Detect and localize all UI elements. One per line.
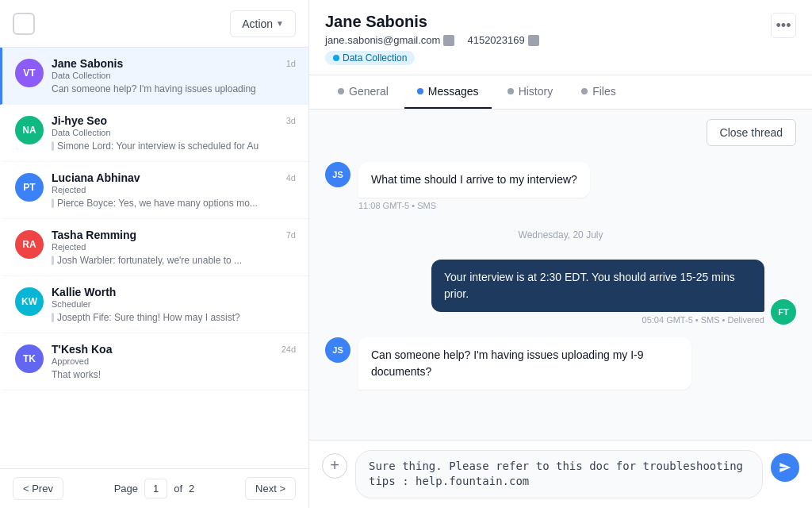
tab-label: History xyxy=(519,85,553,98)
message-avatar: JS xyxy=(325,162,350,187)
contact-name: T'Kesh Koa xyxy=(52,343,112,356)
copy-icon-2[interactable] xyxy=(528,35,539,46)
message-row-incoming: JS What time should I arrive to my inter… xyxy=(325,162,796,210)
date-divider: Wednesday, 20 July xyxy=(325,223,796,247)
compose-input[interactable] xyxy=(355,450,763,498)
tab-label: Messages xyxy=(428,85,479,98)
avatar: NA xyxy=(15,116,44,144)
message-bubble: Your interview is at 2:30 EDT. You shoul… xyxy=(431,260,764,312)
contact-item[interactable]: RA Tasha Remming 7d Rejected Josh Warble… xyxy=(0,219,308,276)
messages-toolbar: Close thread xyxy=(309,110,812,149)
preview-bar xyxy=(52,141,54,151)
contact-item[interactable]: KW Kallie Worth Scheduler Josepth Fife: … xyxy=(0,276,308,333)
tab-files[interactable]: Files xyxy=(569,75,629,109)
action-button[interactable]: Action ▼ xyxy=(230,10,296,37)
prev-button[interactable]: < Prev xyxy=(13,477,63,500)
contact-header: Jane Sabonis jane.sabonis@gmail.com 4152… xyxy=(309,0,812,75)
contact-time: 4d xyxy=(286,173,296,183)
contact-info: Tasha Remming 7d Rejected Josh Warbler: … xyxy=(52,229,296,266)
message-meta: 11:08 GMT-5 • SMS xyxy=(358,201,590,210)
contact-preview: Josepth Fife: Sure thing! How may I assi… xyxy=(52,312,296,323)
message-bubble: What time should I arrive to my intervie… xyxy=(358,162,590,210)
contact-info: Kallie Worth Scheduler Josepth Fife: Sur… xyxy=(52,286,296,323)
pagination-bar: < Prev Page 1 of 2 Next > xyxy=(0,468,308,508)
contact-info: Jane Sabonis 1d Data Collection Can some… xyxy=(52,57,296,94)
prev-label: < Prev xyxy=(23,483,53,495)
messages-body: JS What time should I arrive to my inter… xyxy=(309,149,812,440)
of-label: of xyxy=(174,483,182,495)
contact-tag: Rejected xyxy=(52,185,296,194)
message-avatar: JS xyxy=(325,337,350,363)
phone-meta: 4152023169 xyxy=(467,34,538,46)
tab-general[interactable]: General xyxy=(325,75,401,109)
tab-messages[interactable]: Messages xyxy=(404,75,492,109)
contact-time: 1d xyxy=(286,59,296,68)
contact-tag: Scheduler xyxy=(52,299,296,309)
next-button[interactable]: Next > xyxy=(245,477,296,500)
tab-dot xyxy=(338,88,344,94)
preview-bar xyxy=(52,198,54,208)
close-thread-button[interactable]: Close thread xyxy=(707,119,796,146)
contact-name: Jane Sabonis xyxy=(52,57,123,70)
preview-bar xyxy=(52,313,54,322)
contact-info: T'Kesh Koa 24d Approved That works! xyxy=(52,343,296,380)
left-header: Action ▼ xyxy=(0,0,308,48)
contact-tag: Approved xyxy=(52,356,296,366)
preview-bar xyxy=(52,256,54,265)
total-pages: 2 xyxy=(189,483,194,495)
more-options-button[interactable]: ••• xyxy=(771,13,796,38)
contact-time: 7d xyxy=(286,230,296,240)
page-label: Page xyxy=(114,483,138,495)
tab-dot xyxy=(581,88,588,94)
action-label: Action xyxy=(242,17,273,30)
avatar: PT xyxy=(15,173,44,202)
send-button[interactable] xyxy=(771,453,799,482)
ellipsis-icon: ••• xyxy=(776,17,791,34)
copy-icon[interactable] xyxy=(443,35,454,46)
page-number: 1 xyxy=(144,479,167,498)
contact-preview: That works! xyxy=(52,369,296,380)
tab-label: Files xyxy=(592,85,616,98)
next-label: Next > xyxy=(255,483,285,495)
attach-button[interactable]: + xyxy=(322,453,347,479)
tab-label: General xyxy=(349,85,389,98)
avatar: VT xyxy=(15,59,44,87)
contact-item[interactable]: NA Ji-hye Seo 3d Data Collection Simone … xyxy=(0,105,308,162)
bubble-content: Can someone help? I'm having issues uplo… xyxy=(358,337,691,390)
tab-dot xyxy=(417,88,423,94)
right-panel: Jane Sabonis jane.sabonis@gmail.com 4152… xyxy=(309,0,812,508)
data-collection-badge: Data Collection xyxy=(325,51,415,65)
contact-time: 3d xyxy=(286,116,296,125)
compose-area: + xyxy=(309,440,812,508)
tab-dot xyxy=(508,88,514,94)
chevron-down-icon: ▼ xyxy=(276,19,284,28)
contact-item[interactable]: VT Jane Sabonis 1d Data Collection Can s… xyxy=(0,48,308,105)
avatar: RA xyxy=(15,230,44,259)
contact-name: Jane Sabonis xyxy=(325,13,539,31)
message-avatar: FT xyxy=(771,299,796,325)
message-row-outgoing: Your interview is at 2:30 EDT. You shoul… xyxy=(325,260,796,325)
email-meta: jane.sabonis@gmail.com xyxy=(325,34,454,46)
contact-list: VT Jane Sabonis 1d Data Collection Can s… xyxy=(0,48,308,468)
tab-history[interactable]: History xyxy=(495,75,566,109)
email-value: jane.sabonis@gmail.com xyxy=(325,34,440,46)
contact-preview: Pierce Boyce: Yes, we have many options … xyxy=(52,198,296,209)
contact-item[interactable]: TK T'Kesh Koa 24d Approved That works! xyxy=(0,333,308,391)
bubble-content: What time should I arrive to my intervie… xyxy=(358,162,590,198)
avatar: KW xyxy=(15,287,44,316)
page-info: Page 1 of 2 xyxy=(114,479,195,498)
phone-value: 4152023169 xyxy=(467,34,524,46)
contact-info: Ji-hye Seo 3d Data Collection Simone Lor… xyxy=(52,114,296,152)
message-meta: 05:04 GMT-5 • SMS • Delivered xyxy=(642,315,764,325)
contact-preview: Simone Lord: Your interview is scheduled… xyxy=(52,140,296,152)
select-all-checkbox[interactable] xyxy=(13,13,35,35)
contact-name: Tasha Remming xyxy=(52,229,136,241)
badge-label: Data Collection xyxy=(343,52,407,64)
send-icon xyxy=(779,461,791,474)
contact-info: Luciana Abhinav 4d Rejected Pierce Boyce… xyxy=(52,171,296,209)
badge-dot xyxy=(333,55,339,61)
plus-icon: + xyxy=(330,456,339,475)
avatar: TK xyxy=(15,344,44,373)
contact-item[interactable]: PT Luciana Abhinav 4d Rejected Pierce Bo… xyxy=(0,162,308,219)
bubble-content: Your interview is at 2:30 EDT. You shoul… xyxy=(431,260,764,312)
